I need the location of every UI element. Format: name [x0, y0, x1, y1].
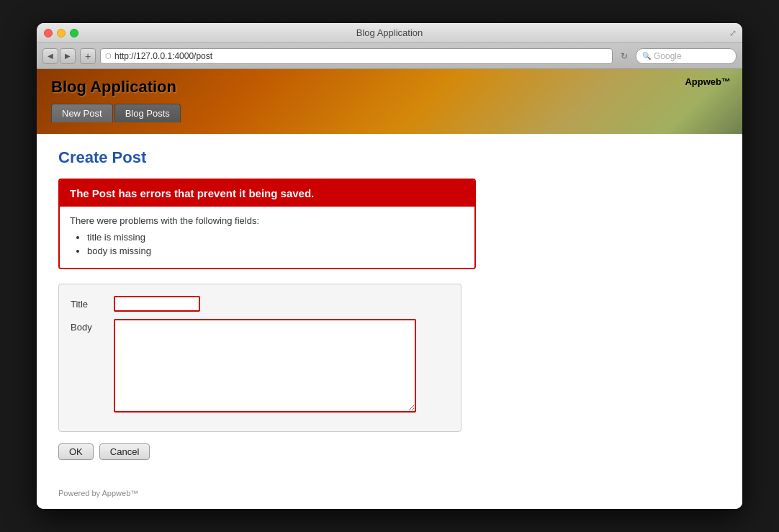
body-row: Body	[71, 319, 449, 412]
title-label: Title	[71, 296, 114, 310]
list-item: body is missing	[87, 245, 464, 256]
nav-tabs: New Post Blog Posts	[51, 104, 728, 122]
forward-button[interactable]: ▶	[60, 48, 76, 64]
error-body-text: There were problems with the following f…	[70, 215, 464, 226]
search-bar[interactable]: 🔍 Google	[636, 48, 737, 64]
body-label: Body	[71, 319, 114, 333]
browser-content: Appweb™ Blog Application New Post Blog P…	[37, 69, 742, 509]
error-body: There were problems with the following f…	[60, 207, 474, 268]
form-box: Title Body	[58, 284, 461, 432]
cancel-button[interactable]: Cancel	[99, 443, 150, 460]
tab-new-post[interactable]: New Post	[51, 104, 113, 122]
app-title: Blog Application	[51, 78, 728, 96]
nav-buttons: ◀ ▶	[42, 48, 76, 64]
footer-text: Powered by Appweb™	[58, 489, 138, 497]
browser-window: Blog Application ⤢ ◀ ▶ + ⬡ http://127.0.…	[37, 23, 742, 509]
title-row: Title	[71, 296, 449, 312]
app-header: Appweb™ Blog Application New Post Blog P…	[37, 69, 742, 134]
error-box: The Post has errors that prevent it bein…	[58, 179, 476, 269]
addressbar: ◀ ▶ + ⬡ http://127.0.0.1:4000/post ↻ 🔍 G…	[37, 43, 742, 69]
minimize-button[interactable]	[57, 29, 66, 37]
tab-blog-posts[interactable]: Blog Posts	[114, 104, 181, 122]
form-actions: OK Cancel	[58, 443, 721, 460]
url-icon: ⬡	[105, 52, 112, 60]
maximize-button[interactable]	[70, 29, 78, 37]
list-item: title is missing	[87, 232, 464, 243]
error-field-list: title is missing body is missing	[70, 232, 464, 256]
search-placeholder: Google	[654, 51, 682, 61]
back-button[interactable]: ◀	[42, 48, 58, 64]
url-bar[interactable]: ⬡ http://127.0.0.1:4000/post	[100, 48, 613, 64]
resize-icon[interactable]: ⤢	[729, 28, 737, 38]
window-title: Blog Application	[356, 27, 423, 38]
traffic-lights	[44, 29, 78, 37]
appweb-badge: Appweb™	[685, 76, 731, 87]
page-title: Create Post	[58, 148, 721, 167]
titlebar: Blog Application ⤢	[37, 23, 742, 43]
ok-button[interactable]: OK	[58, 443, 94, 460]
url-text: http://127.0.0.1:4000/post	[114, 51, 212, 61]
app-footer: Powered by Appweb™	[37, 482, 742, 509]
error-header: The Post has errors that prevent it bein…	[60, 180, 474, 207]
main-content: Create Post The Post has errors that pre…	[37, 134, 742, 482]
title-input[interactable]	[114, 296, 200, 312]
close-button[interactable]	[44, 29, 53, 37]
search-icon: 🔍	[642, 52, 651, 60]
body-textarea[interactable]	[114, 319, 416, 412]
refresh-button[interactable]: ↻	[617, 49, 631, 63]
new-tab-button[interactable]: +	[80, 48, 96, 64]
